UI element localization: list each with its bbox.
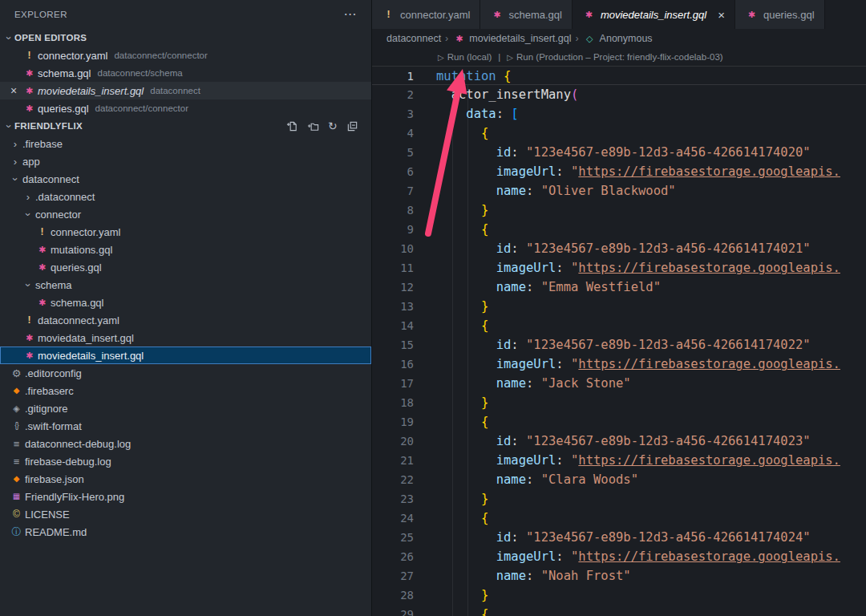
new-folder-icon	[307, 120, 319, 132]
more-actions-icon[interactable]: ⋯	[344, 8, 357, 21]
open-editor-item[interactable]: !connector.yamldataconnect/connector	[0, 47, 371, 64]
tree-item[interactable]: ©LICENSE	[0, 505, 371, 523]
code-text[interactable]: {	[414, 605, 866, 616]
tree-item[interactable]: ≡dataconnect-debug.log	[0, 435, 371, 452]
code-token: "Clara Woods"	[541, 472, 638, 487]
code-text[interactable]: id: "123e4567-e89b-12d3-a456-42661417402…	[414, 239, 866, 258]
refresh-button[interactable]: ↻	[328, 120, 338, 132]
file-name: schema.gql	[38, 67, 91, 79]
tree-item[interactable]: ◈.gitignore	[0, 399, 371, 417]
tree-item[interactable]: ⓘREADME.md	[0, 523, 371, 541]
tree-item[interactable]: ›dataconnect	[0, 170, 371, 188]
code-text[interactable]: imageUrl: "https://firebasestorage.googl…	[414, 451, 866, 470]
close-icon[interactable]: ×	[5, 84, 22, 97]
editor-tab[interactable]: ✱queries.gql	[735, 0, 825, 29]
new-folder-button[interactable]	[307, 120, 319, 132]
code-text[interactable]: {	[414, 316, 866, 335]
breadcrumb-item[interactable]: dataconnect	[386, 33, 441, 44]
image-icon: ▦	[10, 492, 23, 500]
code-text[interactable]: name: "Jack Stone"	[414, 374, 866, 393]
code-token	[564, 164, 571, 179]
tree-item[interactable]: ›connector	[0, 205, 371, 223]
code-token: "	[571, 549, 578, 564]
tree-item[interactable]: ⚙.editorconfig	[0, 364, 371, 382]
editor-tab[interactable]: !connector.yaml	[372, 0, 480, 29]
collapse-all-button[interactable]	[346, 120, 358, 132]
code-text[interactable]: name: "Noah Frost"	[414, 566, 866, 586]
open-editors-header[interactable]: › OPEN EDITORS	[0, 29, 371, 47]
open-editor-item[interactable]: ×✱moviedetails_insert.gqldataconnect	[0, 82, 371, 99]
line-number: 27	[372, 566, 414, 586]
tree-item[interactable]: !dataconnect.yaml	[0, 311, 371, 329]
workspace-header[interactable]: › FRIENDLYFLIX ↻	[0, 117, 371, 135]
code-text[interactable]: id: "123e4567-e89b-12d3-a456-42661417402…	[414, 528, 866, 547]
code-token: id	[496, 530, 512, 545]
tree-item[interactable]: ›.firebase	[0, 135, 371, 152]
codelens-run-link[interactable]: ▷Run (Production – Project: friendly-fli…	[507, 52, 722, 62]
open-editor-item[interactable]: ✱schema.gqldataconnect/schema	[0, 64, 371, 82]
code-text[interactable]: id: "123e4567-e89b-12d3-a456-42661417402…	[414, 143, 866, 162]
code-text[interactable]: name: "Clara Woods"	[414, 470, 866, 489]
code-token: :	[511, 338, 518, 352]
code-editor[interactable]: 1mutation {2 actor_insertMany(3 data: [4…	[372, 66, 866, 616]
tree-item[interactable]: ›app	[0, 152, 371, 170]
code-text[interactable]: data: [	[414, 104, 866, 124]
new-file-button[interactable]	[286, 120, 298, 132]
tree-item-label: firebase.json	[25, 473, 84, 485]
code-line: 2 actor_insertMany(	[372, 85, 866, 104]
tree-item[interactable]: ✱queries.gql	[0, 258, 371, 276]
code-token	[519, 434, 526, 448]
codelens-run-link[interactable]: ▷Run (local)	[438, 52, 492, 62]
code-text[interactable]: {	[414, 220, 866, 239]
editor-area: !connector.yaml✱schema.gql✱moviedetails_…	[372, 0, 866, 616]
code-text[interactable]: actor_insertMany(	[414, 85, 866, 104]
tree-item[interactable]: ✱schema.gql	[0, 294, 371, 311]
code-text[interactable]: }	[414, 489, 866, 509]
tree-item[interactable]: {}.swift-format	[0, 417, 371, 435]
graphql-icon: ✱	[490, 10, 504, 19]
code-text[interactable]: {	[414, 509, 866, 528]
code-text[interactable]: }	[414, 201, 866, 220]
code-token: :	[511, 434, 518, 448]
tree-item[interactable]: ✱mutations.gql	[0, 241, 371, 258]
tree-item[interactable]: ◆.firebaserc	[0, 382, 371, 399]
code-text[interactable]: name: "Oliver Blackwood"	[414, 181, 866, 201]
tree-item[interactable]: ›schema	[0, 276, 371, 294]
code-line: 13 }	[372, 297, 866, 316]
code-text[interactable]: imageUrl: "https://firebasestorage.googl…	[414, 162, 866, 181]
editor-tab[interactable]: ✱schema.gql	[480, 0, 572, 29]
tree-item-label: schema.gql	[51, 297, 103, 309]
tree-item[interactable]: ✱moviedetails_insert.gql	[0, 346, 371, 364]
file-path: dataconnect/schema	[97, 68, 182, 78]
tree-item[interactable]: ≡firebase-debug.log	[0, 452, 371, 470]
code-text[interactable]: {	[414, 412, 866, 432]
tree-item[interactable]: ▦FriendlyFlix-Hero.png	[0, 488, 371, 505]
open-editor-item[interactable]: ✱queries.gqldataconnect/connector	[0, 99, 371, 117]
code-text[interactable]: name: "Emma Westfield"	[414, 278, 866, 297]
code-token	[564, 453, 571, 468]
chevron-down-icon: ›	[22, 279, 34, 290]
code-text[interactable]: mutation {	[414, 67, 866, 84]
breadcrumb-item[interactable]: ◇Anonymous	[583, 33, 653, 44]
graphql-icon: ✱	[745, 10, 759, 19]
code-text[interactable]: }	[414, 393, 866, 412]
tree-item[interactable]: ◆firebase.json	[0, 470, 371, 488]
editor-tab[interactable]: ✱moviedetails_insert.gql×	[573, 0, 735, 29]
close-icon[interactable]: ×	[718, 9, 725, 21]
code-text[interactable]: }	[414, 297, 866, 316]
code-token	[533, 569, 540, 583]
line-number: 3	[372, 104, 414, 124]
tree-item[interactable]: ›.dataconnect	[0, 188, 371, 205]
tree-item-label: moviedata_insert.gql	[38, 332, 134, 344]
tree-item-label: .swift-format	[25, 420, 82, 432]
code-text[interactable]: }	[414, 586, 866, 605]
breadcrumb-item[interactable]: ✱moviedetails_insert.gql	[452, 33, 571, 44]
code-text[interactable]: imageUrl: "https://firebasestorage.googl…	[414, 547, 866, 566]
code-text[interactable]: id: "123e4567-e89b-12d3-a456-42661417402…	[414, 432, 866, 451]
code-text[interactable]: imageUrl: "https://firebasestorage.googl…	[414, 355, 866, 374]
tree-item[interactable]: ✱moviedata_insert.gql	[0, 329, 371, 346]
code-text[interactable]: imageUrl: "https://firebasestorage.googl…	[414, 258, 866, 278]
tree-item[interactable]: !connector.yaml	[0, 223, 371, 241]
code-text[interactable]: {	[414, 124, 866, 143]
code-text[interactable]: id: "123e4567-e89b-12d3-a456-42661417402…	[414, 335, 866, 355]
